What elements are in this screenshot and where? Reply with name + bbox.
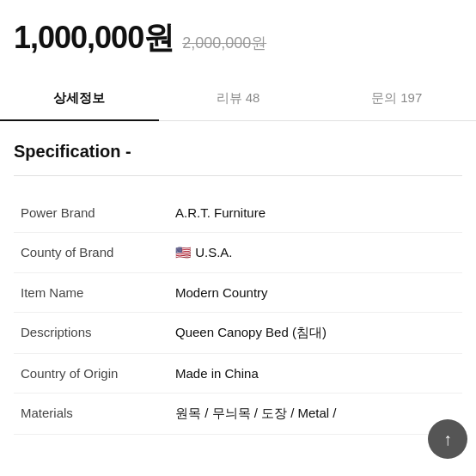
spec-title: Specification -	[14, 142, 462, 162]
table-row: Power Brand A.R.T. Furniture	[14, 193, 462, 233]
content-section: Specification - Power Brand A.R.T. Furni…	[0, 121, 476, 449]
table-row: Item Name Modern Country	[14, 273, 462, 313]
spec-value-2: Modern Country	[175, 285, 455, 300]
table-row: County of Brand 🇺🇸 U.S.A.	[14, 233, 462, 273]
spec-value-5: 원목 / 무늬목 / 도장 / Metal /	[175, 406, 455, 422]
scroll-top-button[interactable]: ↑	[428, 419, 467, 459]
scroll-top-icon: ↑	[443, 430, 452, 449]
table-row: Country of Origin Made in China	[14, 354, 462, 394]
spec-label-2: Item Name	[21, 285, 175, 300]
table-row: Materials 원목 / 무늬목 / 도장 / Metal /	[14, 394, 462, 435]
spec-value-4: Made in China	[175, 366, 455, 381]
spec-label-3: Descriptions	[21, 325, 175, 339]
tab-review[interactable]: 리뷰 48	[159, 76, 318, 120]
tab-detail[interactable]: 상세정보	[0, 76, 159, 120]
price-section: 1,000,000원 2,000,000원	[0, 0, 476, 68]
spec-value-0: A.R.T. Furniture	[175, 205, 455, 220]
table-row: Descriptions Queen Canopy Bed (침대)	[14, 313, 462, 354]
spec-table: Power Brand A.R.T. Furniture County of B…	[14, 193, 462, 435]
spec-label-1: County of Brand	[21, 245, 175, 259]
price-main: 1,000,000원	[14, 17, 174, 59]
tabs-section: 상세정보 리뷰 48 문의 197	[0, 76, 476, 121]
spec-label-4: Country of Origin	[21, 366, 175, 381]
spec-value-3: Queen Canopy Bed (침대)	[175, 325, 455, 341]
tab-inquiry[interactable]: 문의 197	[317, 76, 476, 120]
spec-value-1: 🇺🇸 U.S.A.	[175, 245, 455, 260]
spec-divider	[14, 175, 462, 176]
spec-label-0: Power Brand	[21, 205, 175, 220]
spec-label-5: Materials	[21, 406, 175, 420]
price-original: 2,000,000원	[182, 33, 266, 53]
